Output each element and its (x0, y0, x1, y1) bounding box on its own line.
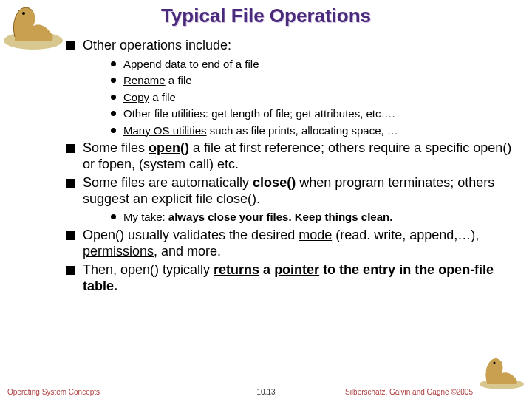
bullet-text: Other file utilities: get length of file… (123, 106, 395, 121)
slide-content: Other operations include: Append data to… (0, 27, 532, 294)
bullet-text: Open() usually validates the desired mod… (83, 228, 517, 259)
svg-point-1 (22, 12, 25, 15)
bullet-text: Append data to end of a file (123, 57, 259, 72)
bullet-other-ops: Other operations include: (66, 38, 517, 54)
bullet-open: Some files open() a file at first refere… (66, 140, 517, 172)
bullet-open-validates: Open() usually validates the desired mod… (66, 228, 517, 259)
footer-page-number: 10.13 (256, 388, 275, 396)
bullet-text: Other operations include: (83, 38, 231, 54)
round-bullet-icon (111, 61, 116, 66)
round-bullet-icon (111, 128, 116, 133)
round-bullet-icon (111, 214, 116, 219)
bullet-text: Many OS utilities such as file prints, a… (123, 123, 398, 138)
svg-point-3 (494, 362, 496, 364)
bullet-text: Rename a file (123, 73, 192, 88)
square-bullet-icon (66, 179, 75, 188)
slide-footer: Operating System Concepts 10.13 Silbersc… (0, 388, 532, 396)
footer-left: Operating System Concepts (7, 388, 100, 396)
square-bullet-icon (66, 266, 75, 275)
bullet-text: Some files open() a file at first refere… (83, 140, 517, 172)
dinosaur-logo-bottom (476, 353, 528, 390)
round-bullet-icon (111, 111, 116, 116)
bullet-text: Some files are automatically close() whe… (83, 175, 517, 207)
subbullet-os-utilities: Many OS utilities such as file prints, a… (111, 123, 517, 138)
bullet-open-returns: Then, open() typically returns a pointer… (66, 262, 517, 294)
slide-title: Typical File Operations (0, 0, 532, 27)
subbullet-copy: Copy a file (111, 90, 517, 105)
round-bullet-icon (111, 95, 116, 100)
subbullet-utilities: Other file utilities: get length of file… (111, 106, 517, 121)
subbullet-append: Append data to end of a file (111, 57, 517, 72)
subbullet-rename: Rename a file (111, 73, 517, 88)
round-bullet-icon (111, 78, 116, 83)
footer-copyright: Silberschatz, Galvin and Gagne ©2005 (345, 388, 525, 396)
square-bullet-icon (66, 231, 75, 240)
bullet-text: Then, open() typically returns a pointer… (83, 262, 517, 294)
dinosaur-logo-top (0, 0, 70, 52)
bullet-close: Some files are automatically close() whe… (66, 175, 517, 207)
bullet-text: My take: always close your files. Keep t… (123, 210, 392, 225)
subbullet-mytake: My take: always close your files. Keep t… (111, 210, 517, 225)
square-bullet-icon (66, 144, 75, 153)
bullet-text: Copy a file (123, 90, 176, 105)
